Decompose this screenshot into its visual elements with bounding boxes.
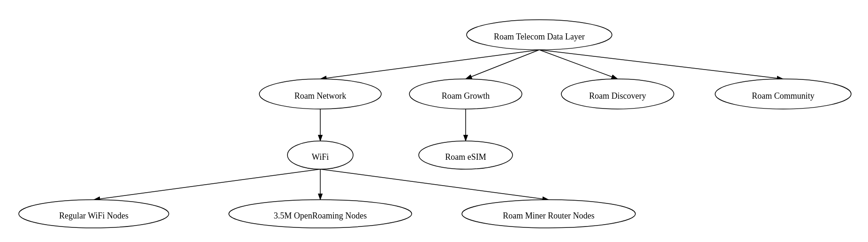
edge-wifi-regular (94, 169, 320, 200)
node-openroaming-label: 3.5M OpenRoaming Nodes (274, 211, 367, 220)
edge-root-network (320, 50, 539, 79)
edge-root-growth (466, 50, 539, 79)
edge-wifi-miner (320, 169, 549, 200)
node-regular-label: Regular WiFi Nodes (59, 211, 128, 220)
node-community-label: Roam Community (752, 91, 815, 101)
node-root-label: Roam Telecom Data Layer (494, 32, 585, 41)
node-discovery-label: Roam Discovery (589, 91, 646, 101)
node-esim-label: Roam eSIM (445, 152, 486, 162)
node-growth-label: Roam Growth (442, 91, 490, 101)
node-wifi-label: WiFi (312, 152, 329, 162)
node-miner-label: Roam Miner Router Nodes (503, 211, 594, 220)
edge-root-community (539, 50, 783, 79)
node-network-label: Roam Network (294, 91, 346, 101)
